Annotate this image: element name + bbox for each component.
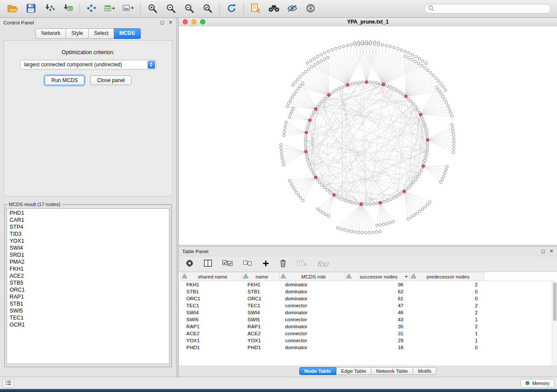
zoom-in-button[interactable] — [143, 1, 162, 16]
table-cell[interactable]: 18 — [345, 344, 410, 351]
table-cell[interactable]: FKH1 — [181, 281, 242, 288]
function-builder-button[interactable]: f(x) — [317, 260, 329, 268]
result-node-item[interactable]: SWI4 — [7, 244, 169, 251]
add-row-button[interactable] — [263, 260, 269, 268]
table-cell[interactable]: connector — [280, 302, 345, 309]
tab-style[interactable]: Style — [66, 28, 89, 39]
table-cell[interactable]: dominator — [280, 295, 345, 302]
table-cell[interactable]: YOX1 — [242, 337, 280, 344]
zoom-selected-button[interactable] — [198, 1, 217, 16]
export-network-button[interactable] — [83, 1, 101, 16]
table-cell[interactable]: SWI4 — [181, 309, 242, 316]
table-cell[interactable]: connector — [280, 316, 345, 323]
network-graph[interactable] — [179, 26, 557, 245]
tab-edge-table[interactable]: Edge Table — [336, 367, 371, 375]
tab-mcds[interactable]: MCDS — [114, 28, 140, 39]
split-column-button[interactable] — [204, 260, 212, 268]
memory-button[interactable]: Memory — [521, 379, 554, 388]
table-cell[interactable]: 2 — [410, 302, 484, 309]
result-node-item[interactable]: YOX1 — [7, 237, 169, 244]
table-cell[interactable]: PHD1 — [181, 344, 242, 351]
table-cell[interactable]: YOX1 — [181, 337, 242, 344]
table-cell[interactable]: 2 — [410, 323, 484, 330]
result-node-item[interactable]: SRD1 — [7, 251, 169, 258]
tab-node-table[interactable]: Node Table — [299, 367, 336, 375]
table-row[interactable]: ACE2ACE2connector311 — [181, 330, 554, 337]
table-cell[interactable]: STB1 — [242, 288, 280, 295]
table-cell[interactable]: dominator — [280, 288, 345, 295]
copy-share-button[interactable] — [246, 1, 265, 16]
table-cell[interactable]: 29 — [345, 337, 410, 344]
run-mcds-button[interactable]: Run MCDS — [45, 76, 84, 85]
table-cell[interactable]: 0 — [410, 288, 484, 295]
show-view-button[interactable] — [301, 1, 320, 16]
table-cell[interactable]: ORC1 — [242, 295, 280, 302]
table-cell[interactable]: dominator — [280, 281, 345, 288]
deselect-all-button[interactable] — [243, 261, 252, 267]
table-cell[interactable]: 0 — [410, 344, 484, 351]
column-header-predecessor-nodes[interactable]: predecessor nodes — [410, 272, 484, 281]
float-panel-icon[interactable]: ◻ — [541, 249, 545, 254]
scrollbar-thumb[interactable] — [553, 282, 557, 321]
result-node-item[interactable]: STP4 — [7, 224, 169, 230]
result-node-item[interactable]: TEC1 — [7, 314, 169, 321]
table-cell[interactable]: TEC1 — [181, 302, 242, 309]
table-row[interactable]: YOX1YOX1connector291 — [181, 337, 554, 344]
result-node-item[interactable]: SWI5 — [7, 307, 169, 314]
refresh-button[interactable] — [222, 1, 241, 16]
column-header-successor-nodes[interactable]: successor nodes — [345, 272, 410, 281]
zoom-fit-button[interactable] — [180, 1, 198, 16]
table-cell[interactable]: SWI4 — [242, 309, 280, 316]
result-node-item[interactable]: STB1 — [7, 300, 169, 307]
result-node-item[interactable]: CAR1 — [7, 217, 169, 224]
table-cell[interactable]: RAP1 — [181, 323, 242, 330]
table-cell[interactable]: connector — [280, 337, 345, 344]
result-node-item[interactable]: ACE2 — [7, 272, 169, 279]
result-node-item[interactable]: ORC1 — [7, 286, 169, 293]
table-cell[interactable]: 43 — [345, 316, 410, 323]
result-node-item[interactable]: TID3 — [7, 230, 169, 237]
table-vertical-scrollbar[interactable] — [552, 281, 557, 365]
hide-view-button[interactable] — [283, 1, 301, 16]
table-cell[interactable]: 46 — [345, 309, 410, 316]
task-history-button[interactable] — [3, 379, 14, 388]
find-button[interactable] — [265, 1, 283, 16]
table-cell[interactable]: 47 — [345, 302, 410, 309]
close-panel-button[interactable]: Close panel — [90, 76, 131, 85]
table-cell[interactable]: 62 — [345, 288, 410, 295]
table-cell[interactable]: dominator — [280, 309, 345, 316]
table-cell[interactable]: SWI5 — [181, 316, 242, 323]
zoom-out-button[interactable] — [162, 1, 180, 16]
table-cell[interactable]: 1 — [410, 337, 484, 344]
tab-network-table[interactable]: Network Table — [371, 367, 413, 375]
column-header-shared-name[interactable]: shared name — [181, 272, 242, 281]
table-cell[interactable]: STB1 — [181, 288, 242, 295]
table-cell[interactable]: 96 — [345, 281, 410, 288]
import-table-button[interactable] — [59, 1, 77, 16]
table-cell[interactable]: dominator — [280, 344, 345, 351]
table-row[interactable]: FKH1FKH1dominator962 — [181, 281, 554, 288]
table-cell[interactable]: ACE2 — [181, 330, 242, 337]
close-panel-icon[interactable]: ✕ — [169, 20, 173, 25]
float-panel-icon[interactable]: ◻ — [160, 20, 164, 25]
table-cell[interactable]: TEC1 — [242, 302, 280, 309]
column-header-MCDS-role[interactable]: MCDS role — [280, 272, 345, 281]
select-all-button[interactable] — [222, 260, 233, 268]
search-box[interactable] — [424, 4, 551, 14]
criterion-dropdown[interactable]: largest connected component (undirected) — [20, 60, 156, 69]
open-file-button[interactable] — [3, 1, 22, 16]
table-row[interactable]: SWI5SWI5connector431 — [181, 316, 554, 323]
tab-network[interactable]: Network — [35, 28, 66, 39]
network-canvas[interactable] — [179, 26, 557, 245]
table-cell[interactable]: PHD1 — [242, 344, 280, 351]
result-node-item[interactable]: FKH1 — [7, 265, 169, 272]
result-node-item[interactable]: STB5 — [7, 279, 169, 286]
result-node-item[interactable]: PHD1 — [7, 210, 169, 217]
mcds-result-list[interactable]: PHD1CAR1STP4TID3YOX1SWI4SRD1PMA2FKH1ACE2… — [7, 208, 170, 364]
save-button[interactable] — [22, 1, 40, 16]
table-cell[interactable]: ACE2 — [242, 330, 280, 337]
table-row[interactable]: TEC1TEC1connector472 — [181, 302, 554, 309]
result-node-item[interactable]: PMA2 — [7, 258, 169, 265]
table-cell[interactable]: 1 — [410, 316, 484, 323]
table-cell[interactable]: 35 — [345, 323, 410, 330]
